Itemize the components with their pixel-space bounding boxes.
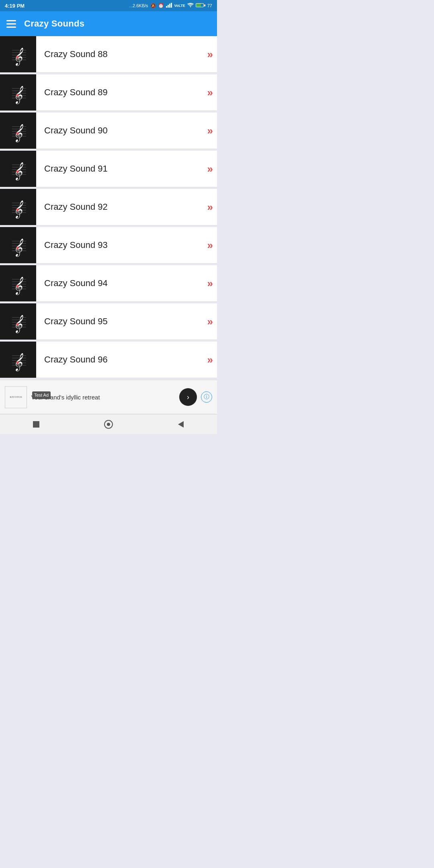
status-time: 4:19 PM — [5, 3, 25, 9]
sound-list: 𝄞 ♥ Crazy Sound 88 » — [0, 36, 217, 380]
ad-action-button[interactable]: › — [179, 388, 197, 406]
svg-text:♥: ♥ — [16, 359, 19, 366]
alarm-icon: ⏰ — [158, 3, 164, 8]
svg-rect-3 — [171, 3, 172, 8]
svg-rect-1 — [168, 5, 169, 8]
ad-label: Test Ad — [32, 391, 51, 399]
list-item[interactable]: 𝄞 ♥ Crazy Sound 96 » — [0, 342, 217, 378]
ad-close-button[interactable]: ⓘ — [201, 391, 212, 403]
item-arrow-icon: » — [207, 354, 217, 366]
item-arrow-icon: » — [207, 239, 217, 252]
item-thumbnail: 𝄞 ♥ — [0, 74, 36, 111]
list-item[interactable]: 𝄞 ♥ Crazy Sound 89 » — [0, 74, 217, 111]
svg-point-87 — [107, 423, 110, 426]
signal-icon — [166, 3, 172, 8]
status-icons: ...2.6KB/s 🔕 ⏰ VoLTE — [129, 3, 212, 8]
svg-text:♥: ♥ — [16, 168, 19, 175]
item-thumbnail: 𝄞 ♥ — [0, 265, 36, 301]
svg-marker-88 — [178, 421, 184, 428]
ad-banner: KIVOTOS Your brand's idyllic retreat Tes… — [0, 380, 217, 414]
list-item[interactable]: 𝄞 ♥ Crazy Sound 88 » — [0, 36, 217, 73]
wifi-icon — [187, 3, 194, 8]
lte-icon: VoLTE — [174, 4, 185, 8]
item-label: Crazy Sound 91 — [36, 164, 207, 174]
item-arrow-icon: » — [207, 125, 217, 137]
item-thumbnail: 𝄞 ♥ — [0, 227, 36, 263]
item-arrow-icon: » — [207, 201, 217, 213]
svg-rect-2 — [169, 4, 170, 8]
battery-percent: 77 — [207, 3, 212, 8]
svg-text:♥: ♥ — [16, 245, 19, 251]
app-bar: Crazy Sounds — [0, 11, 217, 36]
item-label: Crazy Sound 93 — [36, 240, 207, 250]
item-thumbnail: 𝄞 ♥ — [0, 151, 36, 187]
network-speed: ...2.6KB/s — [129, 3, 148, 8]
item-label: Crazy Sound 96 — [36, 354, 207, 365]
svg-rect-85 — [33, 421, 39, 428]
item-label: Crazy Sound 92 — [36, 202, 207, 212]
svg-rect-0 — [166, 6, 167, 8]
navigation-bar — [0, 414, 217, 434]
battery-icon — [196, 3, 205, 8]
item-thumbnail: 𝄞 ♥ — [0, 36, 36, 72]
item-arrow-icon: » — [207, 48, 217, 61]
item-arrow-icon: » — [207, 315, 217, 328]
item-label: Crazy Sound 90 — [36, 125, 207, 136]
item-label: Crazy Sound 89 — [36, 87, 207, 98]
item-label: Crazy Sound 94 — [36, 278, 207, 289]
list-item[interactable]: 𝄞 ♥ Crazy Sound 91 » — [0, 151, 217, 187]
list-item[interactable]: 𝄞 ♥ Crazy Sound 90 » — [0, 113, 217, 149]
item-arrow-icon: » — [207, 86, 217, 99]
item-thumbnail: 𝄞 ♥ — [0, 113, 36, 149]
item-thumbnail: 𝄞 ♥ — [0, 189, 36, 225]
ad-text: Your brand's idyllic retreat Test Ad — [31, 393, 175, 401]
svg-text:♥: ♥ — [16, 321, 19, 328]
menu-button[interactable] — [6, 20, 16, 28]
item-label: Crazy Sound 95 — [36, 316, 207, 327]
list-item[interactable]: 𝄞 ♥ Crazy Sound 93 » — [0, 227, 217, 264]
list-item[interactable]: 𝄞 ♥ Crazy Sound 92 » — [0, 189, 217, 225]
item-arrow-icon: » — [207, 277, 217, 290]
list-item[interactable]: 𝄞 ♥ Crazy Sound 94 » — [0, 265, 217, 302]
svg-text:♥: ♥ — [16, 130, 19, 137]
app-title: Crazy Sounds — [24, 18, 84, 29]
status-bar: 4:19 PM ...2.6KB/s 🔕 ⏰ VoLTE — [0, 0, 217, 11]
item-thumbnail: 𝄞 ♥ — [0, 303, 36, 340]
home-button[interactable] — [100, 416, 117, 432]
mute-icon: 🔕 — [150, 3, 156, 8]
stop-button[interactable] — [28, 416, 44, 432]
svg-point-4 — [190, 6, 191, 7]
svg-text:♥: ♥ — [16, 92, 19, 98]
svg-text:♥: ♥ — [16, 54, 19, 60]
svg-text:♥: ♥ — [16, 283, 19, 289]
item-label: Crazy Sound 88 — [36, 49, 207, 59]
back-button[interactable] — [173, 416, 189, 432]
item-thumbnail: 𝄞 ♥ — [0, 342, 36, 378]
ad-logo: KIVOTOS — [5, 386, 27, 408]
svg-text:♥: ♥ — [16, 207, 19, 213]
item-arrow-icon: » — [207, 163, 217, 175]
list-item[interactable]: 𝄞 ♥ Crazy Sound 95 » — [0, 303, 217, 340]
